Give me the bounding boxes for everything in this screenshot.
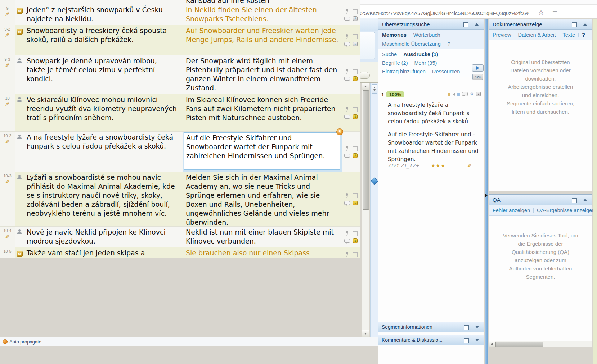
splitter-diamond-handle[interactable]: [371, 177, 378, 185]
pin-icon[interactable]: [345, 69, 349, 74]
info-icon[interactable]: [353, 201, 358, 205]
tab-dictionary[interactable]: Wörterbuch: [413, 32, 440, 38]
translation-search-header[interactable]: Übersetzungssuche: [378, 19, 484, 30]
pin-icon[interactable]: [345, 193, 349, 199]
tab-preview[interactable]: Preview: [493, 32, 511, 38]
pin-icon[interactable]: [345, 34, 349, 40]
pin-icon[interactable]: [345, 107, 349, 112]
splitter-arrow-handle[interactable]: [485, 194, 488, 197]
source-text[interactable]: Lyžaři a snowboardisté se mohou navíc př…: [24, 172, 183, 226]
collapse-arrows-icon[interactable]: [372, 84, 377, 94]
snowflake-icon[interactable]: ❄: [470, 92, 474, 96]
target-text[interactable]: Der Snowpark wird täglich mit einem Pist…: [183, 55, 342, 94]
split-segment-icon[interactable]: [353, 231, 358, 236]
info-icon[interactable]: [353, 114, 358, 119]
document-view-header[interactable]: Dokumentenanzeige: [489, 19, 592, 30]
panel-splitter-right[interactable]: [485, 19, 488, 364]
scrollbar-thumb[interactable]: [495, 342, 543, 347]
source-text[interactable]: A na freestyle lyžaře a snowboardisty če…: [24, 132, 183, 172]
info-icon[interactable]: [353, 76, 358, 81]
tab-show-qa-results[interactable]: QA-Ergebnisse anzeigen: [537, 208, 595, 213]
source-text[interactable]: Snowpark je denně upravován rolbou, takž…: [24, 55, 183, 94]
qa-header[interactable]: QA: [489, 195, 592, 205]
split-segment-icon[interactable]: [353, 34, 358, 39]
expand-panel-icon[interactable]: [475, 339, 479, 341]
edit-pencil-icon[interactable]: ✎: [5, 33, 10, 38]
edit-pencil-icon[interactable]: ✎: [5, 179, 10, 185]
table-row[interactable]: 10✎ Ve skiareálu Klínovec mohou milovníc…: [0, 94, 360, 132]
comment-icon[interactable]: [344, 77, 350, 81]
info-icon[interactable]: [353, 238, 358, 243]
maximize-panel-icon[interactable]: [464, 338, 469, 343]
split-segment-icon[interactable]: [353, 146, 358, 151]
split-segment-icon[interactable]: [353, 9, 358, 14]
comment-icon[interactable]: [344, 154, 350, 158]
comment-icon[interactable]: [344, 239, 350, 243]
table-row[interactable]: 9✎ Jeden° z nejstarších snowparků v Česk…: [0, 4, 360, 25]
tab-help[interactable]: ?: [448, 41, 450, 47]
table-row[interactable]: 10-3✎ Lyžaři a snowboardisté se mohou na…: [0, 172, 360, 227]
scroll-down-button[interactable]: [362, 330, 369, 337]
comment-icon[interactable]: [344, 42, 350, 46]
link-expressions[interactable]: Ausdrücke (1): [403, 51, 438, 57]
horizontal-scrollbar[interactable]: [489, 341, 592, 347]
edit-pencil-icon[interactable]: ✎: [5, 63, 10, 68]
auto-propagate-icon[interactable]: [3, 339, 8, 344]
link-add-entry[interactable]: Eintrag hinzufügen: [382, 69, 426, 74]
split-segment-icon[interactable]: [353, 193, 358, 198]
comment-icon[interactable]: [344, 201, 350, 205]
expand-panel-icon[interactable]: [475, 326, 479, 328]
maximize-panel-icon[interactable]: [464, 325, 469, 330]
maximize-panel-icon[interactable]: [463, 22, 468, 27]
edit-pencil-icon[interactable]: ✎: [5, 102, 10, 107]
maximize-panel-icon[interactable]: [572, 198, 577, 203]
tab-machine-translation[interactable]: Maschinelle Übersetzung: [382, 41, 441, 47]
hamburger-menu-icon[interactable]: ≡: [552, 8, 557, 16]
target-text[interactable]: Auf Snowboarder und Freeskier warten jed…: [183, 25, 342, 55]
table-row[interactable]: 9-2✎ Snowboardisty a freeskiery čeká spo…: [0, 25, 360, 55]
target-text[interactable]: Sie brauchen also nur einen Skipass: [183, 247, 342, 254]
collapse-panel-icon[interactable]: [475, 23, 479, 26]
table-row[interactable]: 9-3✎ Snowpark je denně upravován rolbou,…: [0, 55, 360, 94]
comments-panel-header[interactable]: Kommentare & Diskussio...: [378, 335, 484, 345]
source-text[interactable]: Snowboardisty a freeskiery čeká spousta …: [24, 25, 183, 55]
tab-files-work[interactable]: Dateien & Arbeit: [518, 32, 556, 38]
pin-icon[interactable]: [345, 146, 349, 151]
tab-help[interactable]: ?: [582, 32, 585, 38]
pin-icon[interactable]: [345, 252, 349, 254]
table-row-active[interactable]: 10-2✎ A na freestyle lyžaře a snowboardi…: [0, 132, 360, 172]
edit-pencil-icon[interactable]: ✎: [5, 234, 10, 240]
target-text[interactable]: Im Skiareal Klínovec können sich Freerid…: [183, 94, 342, 131]
comment-icon[interactable]: [344, 115, 350, 119]
source-text[interactable]: Jeden° z nejstarších snowparků v Česku n…: [24, 4, 183, 25]
collapse-panel-icon[interactable]: [583, 23, 587, 26]
match-source-text[interactable]: A na freestyle lyžaře a snowboardisty če…: [388, 101, 482, 126]
tab-show-errors[interactable]: Fehler anzeigen: [493, 208, 530, 213]
info-icon[interactable]: [476, 92, 481, 96]
source-text[interactable]: Nově je navíc Neklid připojen ke Klínovc…: [24, 227, 183, 247]
scroll-up-button[interactable]: [362, 83, 369, 90]
table-row-partial[interactable]: Karlsbad auf Ihre Kosten: [0, 0, 360, 4]
link-search[interactable]: Suche: [382, 51, 397, 57]
link-more[interactable]: Mehr (35): [414, 60, 437, 66]
comment-icon[interactable]: [344, 17, 350, 21]
split-segment-icon[interactable]: [353, 107, 358, 112]
table-row[interactable]: 10-5 Takže vám stačí jen jeden skipas a …: [0, 247, 360, 254]
link-resources[interactable]: Ressourcen: [432, 69, 460, 74]
link-terms[interactable]: Begriffe (2): [382, 60, 408, 66]
collapse-panel-icon[interactable]: [583, 199, 587, 201]
info-icon[interactable]: [353, 42, 358, 46]
edit-match-pencil-icon[interactable]: ✎: [467, 163, 472, 168]
target-text[interactable]: Melden Sie sich in der Maximal Animal Ac…: [183, 172, 342, 226]
edit-pencil-icon[interactable]: ✎: [5, 139, 10, 145]
insert-match-button[interactable]: [472, 64, 484, 72]
target-edit-box[interactable]: Auf die Freestyle-Skifahrer und -Snowboa…: [184, 132, 340, 170]
source-text[interactable]: Takže vám stačí jen jeden skipas a: [24, 247, 183, 254]
match-target-text[interactable]: Auf die Freestyle-Skifahrer und -Snowboa…: [388, 131, 482, 164]
target-text[interactable]: Neklid ist nun mit einer blauen Skipiste…: [183, 227, 342, 247]
table-row[interactable]: 10-4✎ Nově je navíc Neklid připojen ke K…: [0, 227, 360, 247]
maximize-panel-icon[interactable]: [572, 22, 577, 27]
segment-info-panel-header[interactable]: Segmentinformationen: [378, 322, 484, 332]
bookmark-star-icon[interactable]: ☆: [538, 9, 544, 16]
panel-splitter-left[interactable]: [370, 83, 378, 337]
